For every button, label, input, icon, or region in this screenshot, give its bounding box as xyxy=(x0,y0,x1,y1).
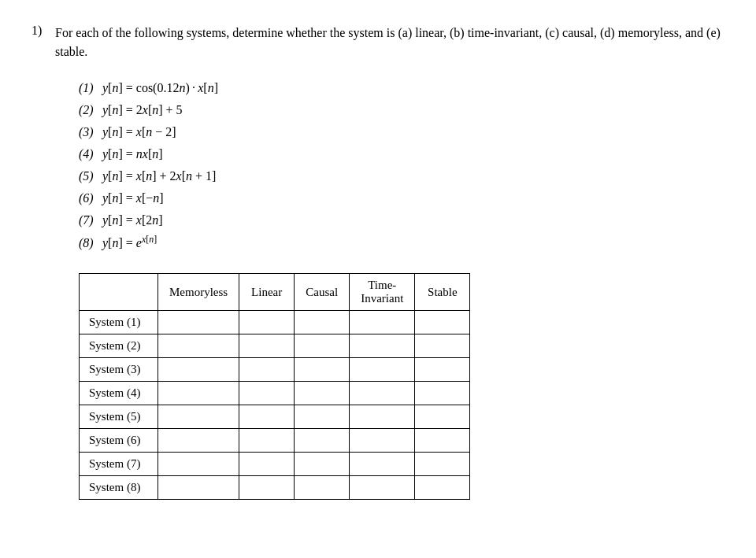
cell-3-linear xyxy=(239,358,295,382)
eq-content-3: y[n] = x[n − 2] xyxy=(102,121,176,143)
cell-4-time-invariant xyxy=(350,382,415,405)
table-row: System (5) xyxy=(80,405,470,429)
cell-4-causal xyxy=(295,382,350,405)
row-label-5: System (5) xyxy=(80,405,158,429)
cell-8-linear xyxy=(239,476,295,500)
col-header-time-invariant: Time-Invariant xyxy=(350,274,415,311)
row-label-6: System (6) xyxy=(80,429,158,453)
col-header-linear: Linear xyxy=(239,274,295,311)
table-row: System (4) xyxy=(80,382,470,405)
cell-1-causal xyxy=(295,311,350,334)
cell-7-memoryless xyxy=(158,453,239,476)
cell-1-time-invariant xyxy=(350,311,415,334)
eq-row-7: (7) y[n] = x[2n] xyxy=(79,209,724,231)
cell-6-stable xyxy=(415,429,470,453)
col-header-causal: Causal xyxy=(295,274,350,311)
cell-6-linear xyxy=(239,429,295,453)
cell-7-causal xyxy=(295,453,350,476)
cell-5-memoryless xyxy=(158,405,239,429)
table-row: System (6) xyxy=(80,429,470,453)
eq-content-4: y[n] = nx[n] xyxy=(102,143,163,165)
table-header-row: Memoryless Linear Causal Time-Invariant … xyxy=(80,274,470,311)
problem-header: 1) For each of the following systems, de… xyxy=(32,24,724,61)
table-row: System (2) xyxy=(80,334,470,358)
cell-1-stable xyxy=(415,311,470,334)
cell-7-stable xyxy=(415,453,470,476)
eq-row-8: (8) y[n] = ex[n] xyxy=(79,231,724,254)
row-label-4: System (4) xyxy=(80,382,158,405)
col-header-empty xyxy=(80,274,158,311)
eq-row-1: (1) y[n] = cos(0.12n) · x[n] xyxy=(79,77,724,99)
eq-num-6: (6) xyxy=(79,187,102,209)
cell-2-time-invariant xyxy=(350,334,415,358)
eq-row-2: (2) y[n] = 2x[n] + 5 xyxy=(79,99,724,121)
eq-num-5: (5) xyxy=(79,165,102,187)
eq-content-7: y[n] = x[2n] xyxy=(102,209,163,231)
col-header-stable: Stable xyxy=(415,274,470,311)
cell-7-linear xyxy=(239,453,295,476)
cell-3-time-invariant xyxy=(350,358,415,382)
cell-2-memoryless xyxy=(158,334,239,358)
eq-content-1: y[n] = cos(0.12n) · x[n] xyxy=(102,77,218,99)
eq-row-4: (4) y[n] = nx[n] xyxy=(79,143,724,165)
row-label-1: System (1) xyxy=(80,311,158,334)
cell-6-memoryless xyxy=(158,429,239,453)
eq-content-8: y[n] = ex[n] xyxy=(102,231,157,254)
systems-table: Memoryless Linear Causal Time-Invariant … xyxy=(79,273,470,500)
problem-container: 1) For each of the following systems, de… xyxy=(32,24,724,500)
cell-8-time-invariant xyxy=(350,476,415,500)
eq-num-3: (3) xyxy=(79,121,102,143)
cell-8-memoryless xyxy=(158,476,239,500)
cell-3-stable xyxy=(415,358,470,382)
problem-number: 1) xyxy=(32,24,55,61)
table-row: System (3) xyxy=(80,358,470,382)
cell-5-stable xyxy=(415,405,470,429)
cell-3-memoryless xyxy=(158,358,239,382)
row-label-2: System (2) xyxy=(80,334,158,358)
cell-4-stable xyxy=(415,382,470,405)
cell-5-time-invariant xyxy=(350,405,415,429)
cell-2-linear xyxy=(239,334,295,358)
problem-text: For each of the following systems, deter… xyxy=(55,24,724,61)
cell-5-causal xyxy=(295,405,350,429)
cell-2-causal xyxy=(295,334,350,358)
eq-num-7: (7) xyxy=(79,209,102,231)
eq-num-2: (2) xyxy=(79,99,102,121)
cell-1-memoryless xyxy=(158,311,239,334)
cell-6-causal xyxy=(295,429,350,453)
eq-content-6: y[n] = x[−n] xyxy=(102,187,164,209)
table-row: System (8) xyxy=(80,476,470,500)
cell-4-linear xyxy=(239,382,295,405)
equations-list: (1) y[n] = cos(0.12n) · x[n] (2) y[n] = … xyxy=(79,77,724,254)
cell-7-time-invariant xyxy=(350,453,415,476)
eq-row-3: (3) y[n] = x[n − 2] xyxy=(79,121,724,143)
eq-num-1: (1) xyxy=(79,77,102,99)
eq-num-8: (8) xyxy=(79,232,102,254)
cell-3-causal xyxy=(295,358,350,382)
row-label-3: System (3) xyxy=(80,358,158,382)
table-row: System (1) xyxy=(80,311,470,334)
eq-content-2: y[n] = 2x[n] + 5 xyxy=(102,99,183,121)
cell-5-linear xyxy=(239,405,295,429)
eq-row-5: (5) y[n] = x[n] + 2x[n + 1] xyxy=(79,165,724,187)
row-label-7: System (7) xyxy=(80,453,158,476)
cell-8-stable xyxy=(415,476,470,500)
cell-6-time-invariant xyxy=(350,429,415,453)
col-header-memoryless: Memoryless xyxy=(158,274,239,311)
table-row: System (7) xyxy=(80,453,470,476)
cell-2-stable xyxy=(415,334,470,358)
row-label-8: System (8) xyxy=(80,476,158,500)
eq-content-5: y[n] = x[n] + 2x[n + 1] xyxy=(102,165,216,187)
eq-row-6: (6) y[n] = x[−n] xyxy=(79,187,724,209)
cell-1-linear xyxy=(239,311,295,334)
eq-num-4: (4) xyxy=(79,143,102,165)
cell-4-memoryless xyxy=(158,382,239,405)
table-container: Memoryless Linear Causal Time-Invariant … xyxy=(79,273,724,500)
cell-8-causal xyxy=(295,476,350,500)
